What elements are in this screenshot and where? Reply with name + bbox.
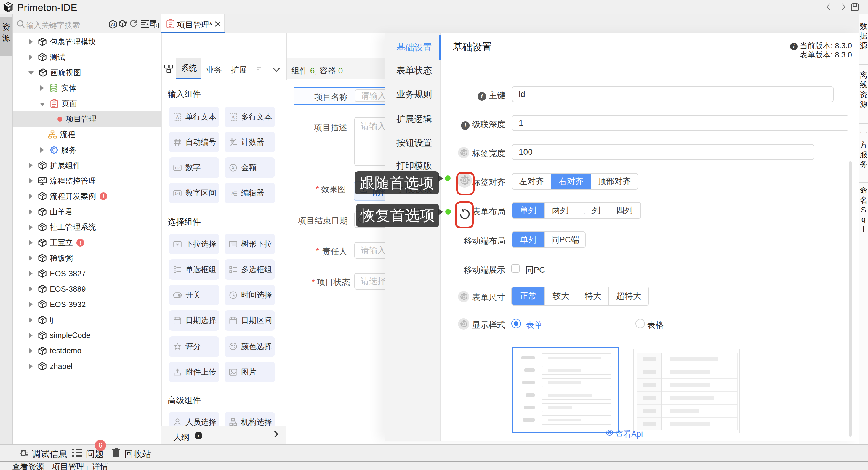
svg-text:A: A	[176, 114, 180, 120]
svg-text:文: 文	[154, 23, 158, 28]
svg-text:123: 123	[175, 166, 180, 170]
svg-text:A: A	[231, 114, 235, 120]
svg-text:1~3: 1~3	[175, 192, 180, 195]
svg-text:¥: ¥	[232, 165, 235, 170]
svg-text:AI: AI	[111, 22, 115, 27]
